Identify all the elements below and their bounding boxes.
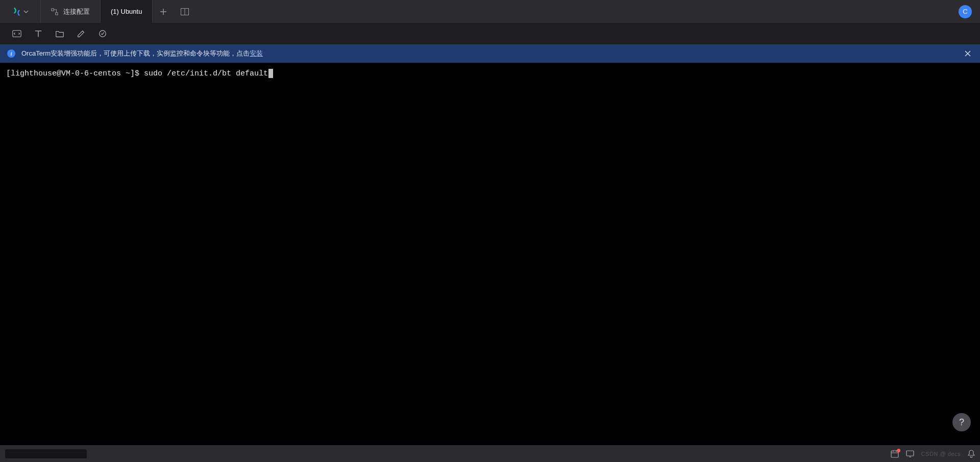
svg-rect-1 <box>56 12 58 14</box>
toolbar <box>0 23 980 44</box>
tab-ubuntu[interactable]: (1) Ubuntu <box>101 0 153 23</box>
monitor-button[interactable] <box>906 450 914 458</box>
info-banner: OrcaTerm安装增强功能后，可使用上传下载，实例监控和命令块等功能，点击 安… <box>0 44 980 63</box>
notification-dot <box>897 449 900 452</box>
logo-icon <box>12 7 21 16</box>
svg-rect-0 <box>52 8 54 10</box>
new-tab-button[interactable] <box>153 0 174 23</box>
close-icon <box>965 50 971 57</box>
tab-bar: 连接配置 (1) Ubuntu C <box>0 0 980 23</box>
plus-icon <box>160 8 167 15</box>
avatar-letter: C <box>963 8 967 15</box>
tab-connection-config[interactable]: 连接配置 <box>41 0 101 23</box>
text-button[interactable] <box>28 23 49 44</box>
bell-icon <box>968 450 975 458</box>
avatar-circle: C <box>959 5 972 18</box>
status-bar: CSDN @ decs <box>0 445 980 462</box>
terminal-prompt: [lighthouse@VM-0-6-centos ~]$ <box>6 69 144 78</box>
connection-icon <box>51 8 58 15</box>
terminal[interactable]: [lighthouse@VM-0-6-centos ~]$ sudo /etc/… <box>0 63 980 445</box>
bell-button[interactable] <box>968 450 975 458</box>
calendar-button[interactable] <box>891 450 899 458</box>
install-link[interactable]: 安装 <box>250 49 263 58</box>
svg-rect-7 <box>906 451 914 456</box>
code-icon <box>12 29 21 38</box>
banner-close-button[interactable] <box>963 48 973 59</box>
code-button[interactable] <box>6 23 28 44</box>
tab-ubuntu-label: (1) Ubuntu <box>111 8 142 15</box>
info-icon <box>7 49 15 58</box>
banner-text: OrcaTerm安装增强功能后，可使用上传下载，实例监控和命令块等功能，点击 <box>21 49 250 58</box>
folder-icon <box>55 29 64 38</box>
chevron-down-icon <box>23 9 29 14</box>
user-avatar[interactable]: C <box>959 0 980 23</box>
target-icon <box>98 29 107 38</box>
folder-button[interactable] <box>49 23 70 44</box>
help-button[interactable]: ? <box>952 413 971 431</box>
tab-connection-label: 连接配置 <box>63 7 90 16</box>
text-icon <box>34 29 43 38</box>
terminal-line: [lighthouse@VM-0-6-centos ~]$ sudo /etc/… <box>6 68 974 80</box>
pencil-icon <box>77 29 86 38</box>
app-menu[interactable] <box>0 0 41 23</box>
status-box <box>5 449 87 458</box>
split-icon <box>181 8 189 15</box>
split-button[interactable] <box>174 0 195 23</box>
monitor-icon <box>906 450 914 458</box>
help-label: ? <box>959 417 964 428</box>
target-button[interactable] <box>92 23 113 44</box>
terminal-command: sudo /etc/init.d/bt default <box>144 69 268 78</box>
edit-button[interactable] <box>70 23 92 44</box>
watermark: CSDN @ decs <box>921 451 961 457</box>
terminal-cursor <box>268 69 273 78</box>
